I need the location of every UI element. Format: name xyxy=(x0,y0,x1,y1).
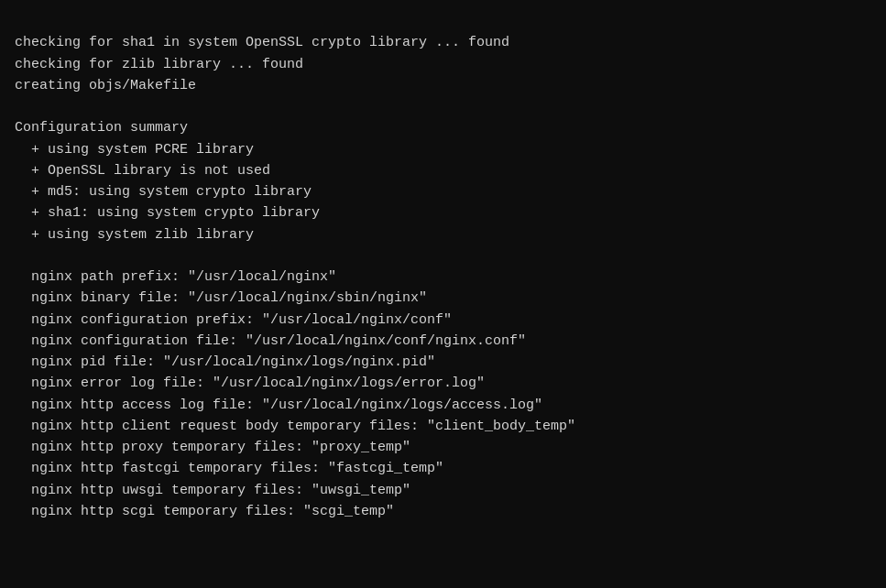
terminal-line: nginx path prefix: "/usr/local/nginx" xyxy=(15,267,871,288)
terminal-line: creating objs/Makefile xyxy=(15,75,871,96)
terminal-line: nginx configuration prefix: "/usr/local/… xyxy=(15,310,871,331)
terminal-line xyxy=(15,245,871,267)
terminal-line: nginx http access log file: "/usr/local/… xyxy=(15,395,871,416)
terminal-line: Configuration summary xyxy=(15,117,871,138)
terminal-line: nginx http fastcgi temporary files: "fas… xyxy=(15,458,871,479)
terminal-line: + using system zlib library xyxy=(15,224,871,245)
terminal-line xyxy=(15,96,871,117)
terminal-line: nginx error log file: "/usr/local/nginx/… xyxy=(15,373,871,394)
terminal-line: checking for zlib library ... found xyxy=(15,54,871,75)
terminal-line: nginx binary file: "/usr/local/nginx/sbi… xyxy=(15,288,871,309)
terminal-line: nginx http client request body temporary… xyxy=(15,416,871,437)
terminal-line: + sha1: using system crypto library xyxy=(15,202,871,223)
terminal-line: + md5: using system crypto library xyxy=(15,181,871,202)
terminal-line: nginx http uwsgi temporary files: "uwsgi… xyxy=(15,480,871,501)
terminal-line: + using system PCRE library xyxy=(15,139,871,160)
terminal-line: nginx configuration file: "/usr/local/ng… xyxy=(15,331,871,352)
terminal-line: nginx http proxy temporary files: "proxy… xyxy=(15,437,871,458)
terminal-line: nginx pid file: "/usr/local/nginx/logs/n… xyxy=(15,352,871,373)
terminal-line: nginx http scgi temporary files: "scgi_t… xyxy=(15,501,871,522)
terminal-output: checking for sha1 in system OpenSSL cryp… xyxy=(15,11,871,522)
terminal-line: + OpenSSL library is not used xyxy=(15,160,871,181)
terminal-line: checking for sha1 in system OpenSSL cryp… xyxy=(15,32,871,53)
